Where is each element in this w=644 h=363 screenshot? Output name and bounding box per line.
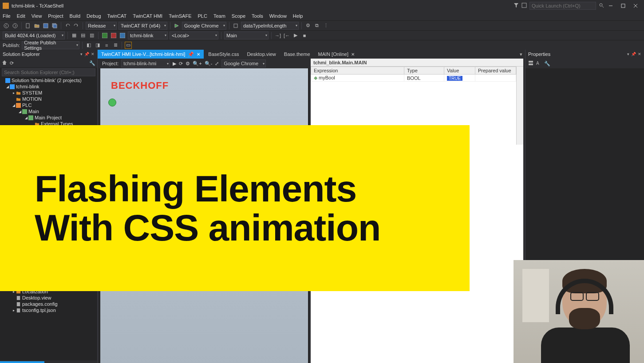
close-icon[interactable]: ✕: [351, 52, 355, 57]
datatype-dropdown[interactable]: dataTypeInfoLength: [241, 22, 299, 30]
menu-file[interactable]: File: [3, 13, 11, 19]
menu-twincat[interactable]: TwinCAT: [107, 13, 127, 19]
preview-project-dd[interactable]: tchmi-blink-hmi: [121, 59, 170, 67]
col-expression[interactable]: Expression: [311, 67, 404, 75]
tree-root[interactable]: Solution 'tchmi-blink' (2 projects): [12, 78, 82, 83]
menu-tools[interactable]: Tools: [252, 13, 263, 19]
new-icon[interactable]: [24, 22, 32, 29]
target-dropdown[interactable]: TwinCAT RT (x64): [119, 22, 167, 30]
stop-red-icon[interactable]: [110, 32, 117, 39]
config-dropdown[interactable]: Release: [86, 22, 117, 30]
tree-item[interactable]: Desktop.view: [22, 295, 51, 300]
quick-launch-input[interactable]: [529, 2, 596, 10]
pp-pin-icon[interactable]: 📌: [631, 52, 636, 56]
doc-tab-basetheme[interactable]: Base.theme: [281, 50, 314, 59]
tree-item[interactable]: SYSTEM: [22, 90, 42, 95]
start-icon[interactable]: [173, 22, 180, 29]
t3b-icon[interactable]: ◨: [94, 42, 101, 49]
tree-item[interactable]: packages.config: [22, 301, 58, 307]
doc-tab-basestyle[interactable]: BaseStyle.css: [205, 50, 242, 59]
pt-i4-icon[interactable]: 🔍+: [193, 61, 201, 67]
project-dropdown[interactable]: tchmi-blink: [128, 32, 168, 39]
tree-item[interactable]: tchmi-blink: [16, 84, 40, 89]
menu-twincathmi[interactable]: TwinCAT HMI: [133, 13, 162, 19]
publish-dropdown[interactable]: Create Publish Settings: [22, 41, 79, 49]
doc-tab-desktop[interactable]: Desktop.view: [243, 50, 279, 59]
run-green-icon[interactable]: [101, 32, 108, 39]
pt-i2-icon[interactable]: ⟳: [179, 61, 183, 67]
t3a-icon[interactable]: ◧: [85, 42, 92, 49]
doc-tab-main-online[interactable]: MAIN [Online]✕: [315, 50, 358, 59]
env-dropdown[interactable]: <Local>: [170, 32, 218, 39]
menu-team[interactable]: Team: [213, 13, 225, 19]
pane-dd-icon[interactable]: ▾: [80, 52, 83, 56]
menu-twinsafe[interactable]: TwinSAFE: [169, 13, 191, 19]
t3-sel-icon[interactable]: ▭: [125, 42, 132, 49]
pin-icon[interactable]: 📌: [188, 51, 194, 57]
tab-team-explorer[interactable]: Team Explorer: [44, 361, 83, 363]
login-icon[interactable]: →]: [274, 32, 281, 39]
restart-icon[interactable]: [119, 32, 126, 39]
filter-icon[interactable]: [514, 3, 519, 9]
tabs-dd-icon[interactable]: ▾: [517, 51, 525, 57]
logout-icon[interactable]: [←: [283, 32, 290, 39]
start-plc-icon[interactable]: ▶: [292, 32, 299, 39]
prop-az-icon[interactable]: A: [536, 60, 541, 67]
build-dropdown[interactable]: Build 4024.44 (Loaded): [3, 32, 65, 39]
window-icon[interactable]: [522, 3, 527, 9]
menu-window[interactable]: Window: [269, 13, 287, 19]
ext2-icon[interactable]: ⧉: [313, 22, 320, 29]
sx-home-icon[interactable]: [2, 60, 7, 66]
sx-refresh-icon[interactable]: ⟳: [10, 60, 14, 66]
close-icon[interactable]: ✕: [197, 52, 200, 57]
pt-i1-icon[interactable]: ▶: [173, 61, 176, 67]
pt-i6-icon[interactable]: ⤢: [215, 61, 219, 67]
undo-icon[interactable]: [64, 22, 71, 29]
ext1-icon[interactable]: ⚙: [304, 22, 312, 29]
watch-table[interactable]: Expression Type Value Prepared value ◆ m…: [311, 67, 516, 82]
ext3-icon[interactable]: ⋮: [322, 22, 329, 29]
tree-item[interactable]: Main Project: [35, 115, 62, 120]
routine-dropdown[interactable]: Main: [224, 32, 269, 39]
pt-i5-icon[interactable]: 🔍-: [205, 61, 213, 67]
tab-solution-explorer[interactable]: Solution Explorer: [0, 361, 44, 363]
t2a-icon[interactable]: ▦: [71, 32, 78, 39]
menu-edit[interactable]: Edit: [17, 13, 25, 19]
redo-icon[interactable]: [73, 22, 80, 29]
t2c-icon[interactable]: ▥: [88, 32, 95, 39]
minimize-button[interactable]: [605, 1, 616, 10]
menu-debug[interactable]: Debug: [87, 13, 101, 19]
tree-item[interactable]: PLC: [22, 103, 32, 108]
sx-wrench-icon[interactable]: 🔧: [89, 60, 95, 66]
table-row[interactable]: ◆ myBool BOOL TRUE: [311, 75, 516, 82]
stop-plc-icon[interactable]: ■: [301, 32, 308, 39]
menu-help[interactable]: Help: [293, 13, 303, 19]
save-all-icon[interactable]: [51, 22, 58, 29]
tree-item[interactable]: MOTION: [22, 96, 42, 102]
doc-tab-hmi-live[interactable]: TwinCAT HMI Live-V...[tchmi-blink-hmi]📌✕: [98, 50, 204, 59]
col-type[interactable]: Type: [404, 67, 444, 75]
save-icon[interactable]: [42, 22, 49, 29]
solution-search-input[interactable]: [2, 68, 95, 76]
cell-prep[interactable]: [475, 75, 516, 82]
col-prepared[interactable]: Prepared value: [475, 67, 516, 75]
col-value[interactable]: Value: [444, 67, 475, 75]
attach-icon[interactable]: [232, 22, 239, 29]
pane-pin-icon[interactable]: 📌: [84, 52, 89, 56]
close-button[interactable]: [630, 1, 641, 10]
pp-dd-icon[interactable]: ▾: [627, 52, 629, 56]
menu-view[interactable]: View: [32, 13, 42, 19]
preview-browser-dd[interactable]: Google Chrome: [221, 59, 266, 67]
menu-project[interactable]: Project: [48, 13, 63, 19]
menu-plc[interactable]: PLC: [198, 13, 207, 19]
t3d-icon[interactable]: ≣: [112, 42, 119, 49]
back-icon[interactable]: [3, 22, 10, 29]
prop-wrench-icon[interactable]: 🔧: [544, 61, 550, 67]
browser-dropdown[interactable]: Google Chrome: [182, 22, 226, 30]
menu-build[interactable]: Build: [70, 13, 80, 19]
open-icon[interactable]: [33, 22, 40, 29]
forward-icon[interactable]: [12, 22, 19, 29]
menu-scope[interactable]: Scope: [232, 13, 245, 19]
search-icon[interactable]: [599, 3, 604, 9]
pp-close-icon[interactable]: ✕: [638, 52, 641, 56]
